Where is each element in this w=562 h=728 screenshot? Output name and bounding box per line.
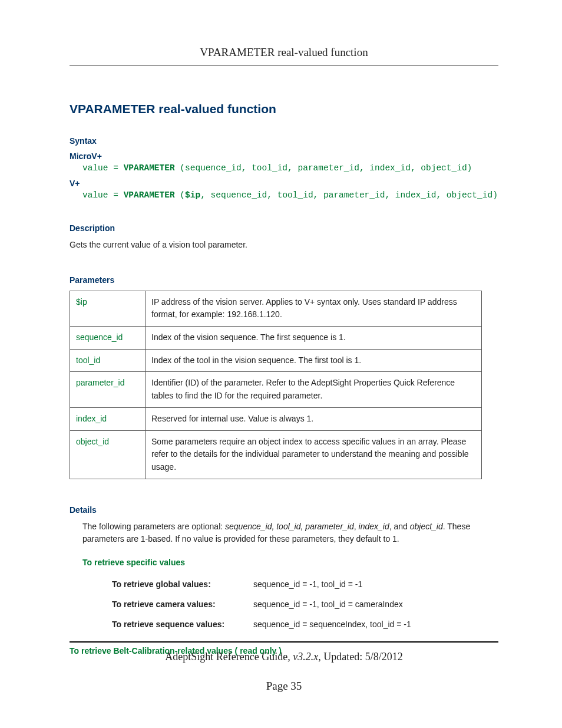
code-text: (sequence_id, tool_id, parameter_id, ind… [175, 163, 472, 173]
text: The following parameters are optional: [82, 522, 225, 531]
description-heading: Description [70, 223, 498, 233]
guide-name: AdeptSight Reference Guide [165, 651, 287, 663]
table-row: index_id Reserved for internal use. Valu… [70, 407, 482, 430]
param-desc: Index of the vision sequence. The first … [146, 327, 482, 350]
code-text: value = [82, 163, 124, 173]
code-keyword: VPARAMETER [124, 163, 175, 173]
specific-values-heading: To retrieve specific values [82, 558, 498, 567]
param-desc: Some parameters require an object index … [146, 430, 482, 479]
header-divider [70, 65, 498, 65]
syntax-heading: Syntax [70, 136, 498, 146]
footer-divider [70, 641, 498, 643]
code-keyword: $ip [185, 190, 200, 200]
param-desc: Reserved for internal use. Value is alwa… [146, 407, 482, 430]
retrieve-value: sequence_id = -1, tool_id = -1 [253, 574, 411, 594]
table-row: To retrieve global values: sequence_id =… [112, 574, 411, 594]
code-text: , sequence_id, tool_id, parameter_id, in… [200, 190, 498, 200]
table-row: $ip IP address of the vision server. App… [70, 291, 482, 326]
param-name: sequence_id [70, 327, 146, 350]
table-row: object_id Some parameters require an obj… [70, 430, 482, 479]
table-row: parameter_id Identifier (ID) of the para… [70, 372, 482, 407]
guide-version: , v3.2.x [287, 651, 318, 663]
param-name: tool_id [70, 349, 146, 372]
retrieve-table: To retrieve global values: sequence_id =… [112, 574, 411, 634]
parameters-table: $ip IP address of the vision server. App… [70, 291, 482, 479]
retrieve-value: sequence_id = sequenceIndex, tool_id = -… [253, 614, 411, 634]
vplus-label: V+ [70, 179, 498, 188]
text-italic: object_id [410, 522, 443, 531]
retrieve-label: To retrieve camera values: [112, 594, 253, 614]
param-desc: IP address of the vision server. Applies… [146, 291, 482, 326]
param-desc: Index of the tool in the vision sequence… [146, 349, 482, 372]
param-name: object_id [70, 430, 146, 479]
details-heading: Details [70, 505, 498, 515]
description-text: Gets the current value of a vision tool … [70, 239, 498, 252]
table-row: sequence_id Index of the vision sequence… [70, 327, 482, 350]
microv-label: MicroV+ [70, 151, 498, 161]
code-keyword: VPARAMETER [124, 190, 175, 200]
table-row: To retrieve sequence values: sequence_id… [112, 614, 411, 634]
parameters-heading: Parameters [70, 275, 498, 285]
guide-updated: , Updated: 5/8/2012 [318, 651, 402, 663]
text-italic: sequence_id, tool_id, parameter_id [225, 522, 354, 531]
code-text: ( [175, 190, 185, 200]
retrieve-label: To retrieve sequence values: [112, 614, 253, 634]
text-italic: index_id [359, 522, 389, 531]
param-name: $ip [70, 291, 146, 326]
retrieve-label: To retrieve global values: [112, 574, 253, 594]
running-header: VPARAMETER real-valued function [70, 46, 498, 59]
param-desc: Identifier (ID) of the parameter. Refer … [146, 372, 482, 407]
param-name: index_id [70, 407, 146, 430]
code-text: value = [82, 190, 124, 200]
text: , [354, 522, 359, 531]
page-number: Page 35 [70, 680, 498, 693]
table-row: tool_id Index of the tool in the vision … [70, 349, 482, 372]
microv-syntax: value = VPARAMETER (sequence_id, tool_id… [82, 163, 498, 173]
text: , and [389, 522, 410, 531]
vplus-syntax: value = VPARAMETER ($ip, sequence_id, to… [82, 190, 498, 200]
footer-text: AdeptSight Reference Guide, v3.2.x, Upda… [70, 651, 498, 663]
page-title: VPARAMETER real-valued function [70, 102, 498, 116]
details-paragraph: The following parameters are optional: s… [82, 521, 498, 546]
param-name: parameter_id [70, 372, 146, 407]
retrieve-value: sequence_id = -1, tool_id = cameraIndex [253, 594, 411, 614]
table-row: To retrieve camera values: sequence_id =… [112, 594, 411, 614]
